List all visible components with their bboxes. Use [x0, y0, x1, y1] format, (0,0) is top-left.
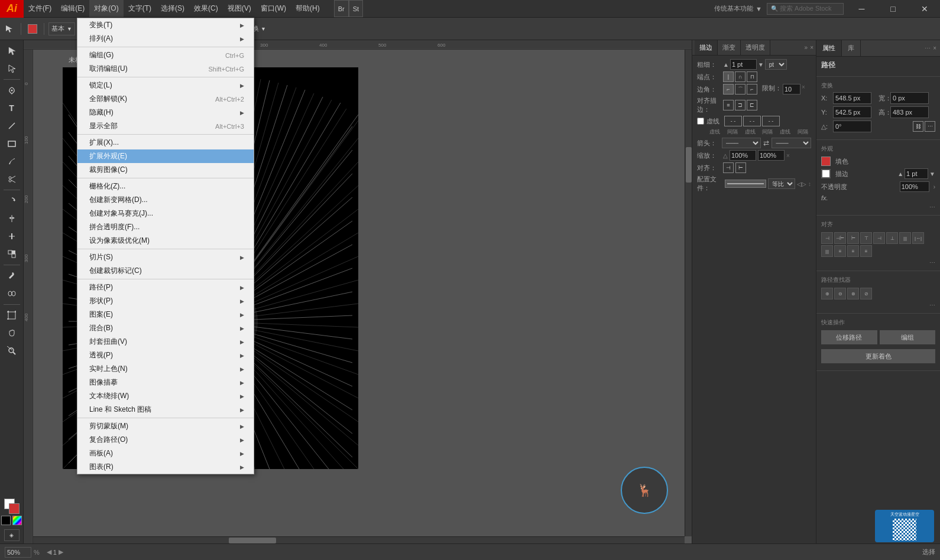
align-right[interactable]: ⊢ — [847, 232, 859, 244]
cap-round[interactable]: ∩ — [735, 71, 745, 82]
transform-w-input[interactable] — [890, 92, 929, 104]
menu-item-expand-appearance[interactable]: 扩展外观(E) — [77, 149, 254, 163]
stroke-dash-checkbox[interactable] — [697, 118, 704, 125]
tool-hand[interactable] — [2, 325, 21, 341]
v-scrollbar-thumb[interactable] — [686, 147, 692, 183]
tab-library[interactable]: 库 — [842, 40, 861, 56]
v-scrollbar[interactable] — [685, 50, 692, 536]
pathfinder-intersect[interactable]: ⊗ — [847, 288, 859, 299]
tool-rotate[interactable] — [2, 193, 21, 209]
menu-item-crop-marks[interactable]: 创建裁切标记(C) — [77, 264, 254, 278]
h-scrollbar[interactable] — [33, 536, 685, 543]
tab-stroke[interactable]: 描边 — [695, 40, 718, 55]
dash-pattern-1[interactable]: - - — [724, 116, 742, 126]
tool-width[interactable] — [2, 228, 21, 245]
close-button[interactable]: ✕ — [911, 0, 938, 18]
menu-item-image-trace[interactable]: 图像描摹 — [77, 376, 254, 389]
tool-rect[interactable] — [2, 135, 21, 152]
cap-butt[interactable]: | — [723, 71, 734, 82]
stroke-panel-expand[interactable]: » — [805, 44, 808, 51]
menu-item-mesh[interactable]: 创建新变网格(D)... — [77, 193, 254, 207]
fill-stroke-colors[interactable] — [4, 499, 20, 514]
transform-h-input[interactable] — [890, 106, 929, 118]
align-vcenter[interactable]: ⊣ — [873, 232, 885, 244]
tool-shape-builder[interactable] — [2, 246, 21, 262]
stroke-more[interactable]: × — [802, 84, 805, 95]
menu-item-shape[interactable]: 形状(P) — [77, 294, 254, 308]
menu-view[interactable]: 视图(V) — [223, 0, 256, 17]
minimize-button[interactable]: ─ — [848, 0, 875, 18]
join-bevel[interactable]: ⌐ — [747, 84, 757, 95]
workspace-selector[interactable]: 传统基本功能 ▼ — [714, 4, 762, 13]
menu-item-compound[interactable]: 复合路径(O) — [77, 433, 254, 447]
fill-none[interactable] — [1, 516, 11, 525]
stroke-scale-end[interactable] — [758, 150, 785, 161]
stroke-panel-collapse[interactable]: × — [810, 44, 813, 51]
menu-item-arrange[interactable]: 排列(A) — [77, 32, 254, 45]
page-prev[interactable]: ◀ — [47, 548, 51, 556]
menu-object[interactable]: 对象(O) — [89, 0, 123, 17]
distribute-right[interactable]: ||| — [821, 245, 833, 257]
rpanel-close[interactable]: × — [933, 45, 936, 51]
stroke-scale-start[interactable] — [730, 150, 756, 161]
offset-path-button[interactable]: 位移路径 — [821, 330, 877, 344]
align-tip-right[interactable]: ⊢ — [735, 162, 746, 173]
menu-item-expand[interactable]: 扩展(X)... — [77, 136, 254, 149]
align-outside[interactable]: ⊏ — [747, 100, 757, 110]
menu-item-pixel-perfect[interactable]: 设为像素级优化(M) — [77, 234, 254, 248]
tab-properties[interactable]: 属性 — [816, 40, 842, 56]
stroke-weight-down[interactable]: ▲ — [723, 61, 729, 68]
menu-item-group[interactable]: 编组(G) Ctrl+G — [77, 48, 254, 62]
align-hcenter[interactable]: ⊣⊢ — [834, 232, 846, 244]
menu-item-slices[interactable]: 切片(S) — [77, 250, 254, 264]
tool-artboard[interactable] — [2, 307, 21, 324]
tab-gradient[interactable]: 渐变 — [718, 40, 741, 55]
menu-item-text-wrap[interactable]: 文本绕排(W) — [77, 389, 254, 403]
appearance-more[interactable]: ⋯ — [929, 204, 935, 210]
toolbar-stroke-color[interactable] — [25, 21, 40, 37]
dash-pattern-3[interactable]: - - — [762, 116, 780, 126]
menu-item-live-paint[interactable]: 实时上色(N) — [77, 362, 254, 376]
stroke-swatch[interactable] — [821, 169, 831, 178]
transform-x-input[interactable] — [833, 92, 871, 104]
tool-blend[interactable] — [2, 285, 21, 302]
join-round[interactable]: ⌒ — [735, 84, 745, 95]
stroke-limit-input[interactable] — [783, 84, 800, 95]
menu-item-transform[interactable]: 变换(T) — [77, 18, 254, 32]
menu-item-envelope[interactable]: 封套扭曲(V) — [77, 335, 254, 349]
toolbar-basic-dropdown[interactable]: 基本 ▼ — [48, 22, 75, 35]
distribute-vcenter[interactable]: ≡ — [847, 245, 859, 257]
stroke-weight-arrow[interactable]: ▲ — [897, 171, 903, 177]
tool-pen[interactable] — [2, 82, 21, 99]
menu-item-show-all[interactable]: 显示全部 Alt+Ctrl+3 — [77, 119, 254, 133]
zoom-input[interactable] — [5, 547, 31, 558]
join-miter[interactable]: ⌐ — [723, 84, 734, 95]
bridge-link[interactable]: Br — [334, 0, 349, 17]
menu-effect[interactable]: 效果(C) — [189, 0, 223, 17]
menu-item-clipping[interactable]: 剪切蒙版(M) — [77, 419, 254, 433]
menu-item-line-sketch[interactable]: Line 和 Sketch 图稿 — [77, 403, 254, 416]
menu-item-rasterize[interactable]: 栅格化(Z)... — [77, 180, 254, 193]
cap-square[interactable]: ⊓ — [747, 71, 757, 82]
h-scrollbar-thumb[interactable] — [229, 538, 276, 543]
transform-more[interactable]: ⋯ — [925, 121, 935, 132]
distribute-hcenter[interactable]: |↔| — [912, 232, 924, 244]
search-box[interactable]: 🔍 搜索 Adobe Stock — [767, 3, 844, 15]
quick-actions-icon[interactable]: ◈ — [4, 529, 20, 541]
menu-item-hide[interactable]: 隐藏(H) — [77, 106, 254, 119]
pathfinder-more[interactable]: ⋯ — [929, 302, 935, 308]
menu-item-path[interactable]: 路径(P) — [77, 281, 254, 294]
group-button[interactable]: 编组 — [880, 330, 936, 344]
menu-select[interactable]: 选择(S) — [156, 0, 189, 17]
menu-item-graph[interactable]: 图表(R) — [77, 460, 254, 474]
align-tip-left[interactable]: ⊣ — [723, 162, 734, 173]
stroke-weight-down2[interactable]: ▼ — [929, 171, 935, 177]
fill-swatch[interactable] — [821, 157, 831, 166]
maximize-button[interactable]: □ — [880, 0, 906, 18]
tool-type[interactable]: T — [2, 100, 21, 116]
stroke-profile-select[interactable]: 等比 — [768, 178, 795, 189]
menu-item-perspective[interactable]: 透视(P) — [77, 349, 254, 362]
tool-scissor[interactable] — [2, 171, 21, 187]
stock-link[interactable]: St — [349, 0, 363, 17]
color-mode[interactable] — [12, 516, 22, 525]
